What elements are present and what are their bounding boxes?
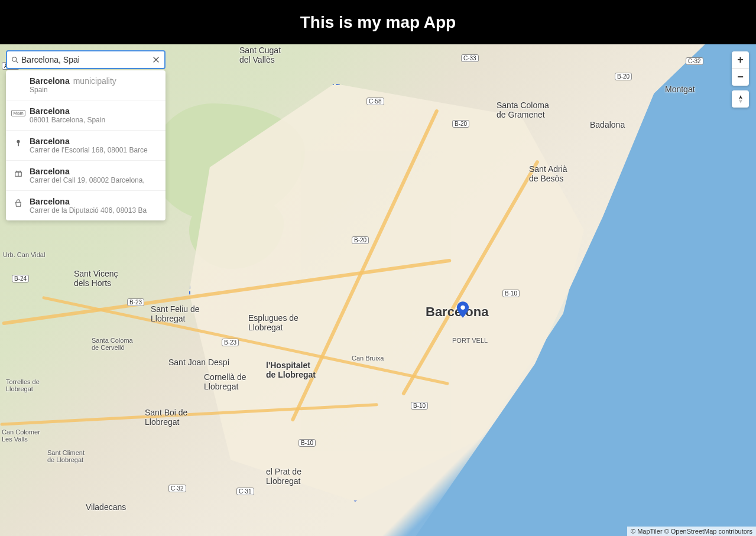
svg-point-0 — [460, 306, 465, 310]
result-title: Barcelona — [30, 106, 158, 116]
compass-control-group — [732, 90, 749, 108]
result-title: Barcelona — [30, 197, 158, 206]
city-label: Sant Climentde Llobregat — [47, 449, 85, 463]
road-label: B-20 — [352, 236, 369, 244]
compass-button[interactable] — [732, 90, 749, 108]
road-label: B-10 — [411, 402, 428, 410]
result-type-icon — [13, 77, 24, 88]
city-label: l'Hospitaletde Llobregat — [266, 360, 316, 379]
city-label: Sant Cugatdel Vallès — [239, 46, 281, 64]
result-text: Barcelonamunicipality Spain — [30, 76, 158, 94]
city-label: Santa Colomade Cervelló — [92, 337, 133, 351]
svg-point-1 — [12, 57, 16, 61]
road-label: B-20 — [452, 120, 469, 128]
map-attribution[interactable]: © MapTiler © OpenStreetMap contributors — [627, 527, 756, 536]
road-label: B-24 — [12, 275, 29, 282]
svg-marker-9 — [739, 95, 742, 99]
city-label: Viladecans — [86, 502, 126, 512]
road-label: C-58 — [366, 98, 384, 105]
app-header: This is my map App — [0, 0, 756, 44]
city-label: PORT VELL — [452, 337, 488, 344]
road-label: B-20 — [615, 73, 632, 80]
city-label: Torrelles deLlobregat — [6, 378, 40, 392]
svg-line-2 — [16, 61, 18, 63]
search-box — [6, 50, 166, 69]
city-label: Badalona — [590, 120, 625, 129]
result-subtitle: Carrer de l'Escorial 168, 08001 Barce — [30, 146, 158, 154]
road-label: C-31 — [236, 488, 254, 495]
result-text: Barcelona Carrer del Call 19, 08002 Barc… — [30, 167, 158, 184]
app-root: This is my map App AP-7C-33B-20C-32B-20C… — [0, 0, 756, 536]
road-label: B-23 — [127, 298, 144, 306]
city-label: Sant Boi deLlobregat — [145, 408, 187, 427]
search-result-item[interactable]: Barcelona Carrer del Call 19, 08002 Barc… — [6, 161, 166, 191]
city-label: Sant Vicençdels Horts — [74, 269, 118, 288]
search-panel: Barcelonamunicipality Spain Main Barcelo… — [6, 50, 166, 220]
result-title: Barcelona — [30, 167, 158, 176]
search-input[interactable] — [19, 55, 151, 64]
result-type-icon — [13, 168, 24, 178]
result-type-icon — [13, 198, 24, 209]
zoom-out-button[interactable]: − — [732, 69, 749, 86]
app-title: This is my map App — [300, 13, 456, 32]
city-label: Sant Joan Despí — [168, 358, 230, 367]
road-label: C-32 — [168, 485, 186, 492]
result-subtitle: Spain — [30, 86, 158, 94]
zoom-control-group: + − — [732, 51, 749, 86]
result-subtitle: 08001 Barcelona, Spain — [30, 116, 158, 124]
map-marker[interactable] — [456, 301, 469, 318]
road-label: C-33 — [461, 54, 479, 62]
result-text: Barcelona 08001 Barcelona, Spain — [30, 106, 158, 124]
search-result-item[interactable]: Barcelona Carrer de l'Escorial 168, 0800… — [6, 131, 166, 161]
search-result-item[interactable]: Main Barcelona 08001 Barcelona, Spain — [6, 100, 166, 131]
road-label: C-32 — [686, 57, 703, 65]
road-label: B-23 — [222, 339, 239, 346]
city-label: Can Bruixa — [352, 355, 384, 362]
city-label: Santa Colomade Gramenet — [497, 100, 549, 119]
result-type-icon — [13, 138, 24, 148]
result-title: Barcelona — [30, 137, 158, 146]
city-label: Montgat — [665, 85, 695, 94]
city-label: Sant Feliu deLlobregat — [151, 304, 200, 323]
search-results: Barcelonamunicipality Spain Main Barcelo… — [6, 70, 166, 220]
city-label: Urb. Can Vidal — [3, 251, 45, 258]
search-result-item[interactable]: Barcelona Carrer de la Diputació 406, 08… — [6, 191, 166, 220]
road-label: B-10 — [298, 439, 316, 447]
svg-rect-6 — [18, 142, 19, 146]
clear-search-icon[interactable] — [151, 55, 161, 64]
city-label: Esplugues deLlobregat — [248, 313, 298, 332]
result-title: Barcelonamunicipality — [30, 76, 158, 86]
city-label: Sant Adriàde Besòs — [529, 164, 567, 183]
svg-marker-10 — [739, 99, 742, 103]
result-text: Barcelona Carrer de l'Escorial 168, 0800… — [30, 137, 158, 154]
city-label: Can ColomerLes Valls — [2, 428, 40, 443]
city-label: Cornellà deLlobregat — [204, 372, 246, 391]
search-icon — [11, 56, 19, 64]
city-label: el Prat deLlobregat — [266, 467, 301, 486]
result-subtitle: Carrer de la Diputació 406, 08013 Ba — [30, 206, 158, 215]
road-label: B-10 — [502, 290, 520, 297]
map-controls: + − — [732, 51, 749, 108]
result-type-icon: Main — [13, 108, 24, 118]
search-result-item[interactable]: Barcelonamunicipality Spain — [6, 70, 166, 100]
result-text: Barcelona Carrer de la Diputació 406, 08… — [30, 197, 158, 215]
map-viewport[interactable]: AP-7C-33B-20C-32B-20C-58B-20B-10B-24B-23… — [0, 44, 756, 536]
result-subtitle: Carrer del Call 19, 08002 Barcelona, — [30, 176, 158, 184]
zoom-in-button[interactable]: + — [732, 51, 749, 69]
